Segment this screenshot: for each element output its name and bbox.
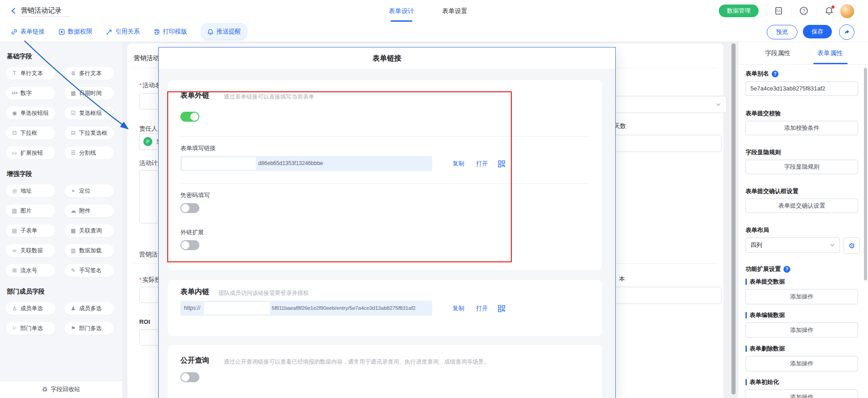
external-link-toggle[interactable] [180, 112, 199, 122]
submit-data-add-button[interactable]: 添加操作 [745, 289, 858, 304]
sidebar-item-linked-data[interactable]: ∞关联数据 [6, 244, 55, 257]
public-query-title: 公开查询 [180, 356, 209, 365]
tab-field-properties[interactable]: 字段属性 [753, 42, 802, 64]
gear-icon: ⚙ [849, 242, 855, 250]
sidebar-item-image[interactable]: ▧图片 [6, 204, 55, 217]
label-text: 表单布局 [745, 226, 769, 234]
card-divider [180, 183, 589, 184]
field-recycle-bin[interactable]: ♻ 字段回收站 [0, 380, 122, 398]
sidebar-item-dropdown-multi[interactable]: ⊟下拉复选框 [65, 127, 114, 139]
dept-flag-icon: ⚐ [11, 326, 18, 331]
password-fill-toggle[interactable] [180, 203, 199, 213]
open-link-button[interactable]: 打开 [476, 160, 488, 168]
edit-data-add-button[interactable]: 添加操作 [745, 322, 858, 338]
item-label: 数据加载 [79, 247, 102, 255]
dropdown-multi-icon: ⊟ [70, 130, 77, 136]
sidebar-item-subform[interactable]: ▤子表单 [6, 224, 55, 237]
qr-code-icon[interactable] [498, 305, 505, 313]
sidebar-item-dept-single[interactable]: ⚐部门单选 [6, 322, 55, 335]
dept-flags-icon: ⚑ [70, 326, 77, 331]
label-text: 表单提交确认框设置 [745, 187, 798, 195]
sidebar-item-dropdown[interactable]: ⊡下拉框 [6, 127, 55, 139]
sidebar-item-divider-line[interactable]: ☰分割线 [65, 147, 114, 159]
submit-confirm-button[interactable]: 表单提交确认设置 [745, 199, 858, 213]
help-icon[interactable]: ? [799, 6, 808, 15]
sidebar-item-dept-multi[interactable]: ⚑部门多选 [65, 322, 114, 335]
required-star: * [139, 82, 142, 89]
item-label: 流水号 [20, 267, 38, 275]
arrow-up-right-icon [106, 28, 113, 35]
header-tabs: 表单设计 表单设置 [389, 0, 467, 22]
sidebar-item-address[interactable]: ◎地址 [6, 185, 55, 197]
divider-line-icon: ☰ [70, 150, 77, 156]
data-permission-button[interactable]: 数据权限 [58, 28, 92, 36]
field-sidebar: 基础字段 T单行文本 ≣多行文本 123数字 ▦日期时间 ◉单选按钮组 ☑复选框… [0, 42, 122, 398]
sidebar-item-multi-line-text[interactable]: ≣多行文本 [65, 67, 114, 80]
form-layout-select[interactable]: 四列 [745, 237, 840, 253]
redaction-box [204, 302, 270, 314]
form-init-add-button[interactable]: 添加操作 [745, 389, 858, 398]
sidebar-item-number[interactable]: 123数字 [6, 87, 55, 100]
back-button[interactable] [10, 7, 17, 14]
sidebar-item-single-line-text[interactable]: T单行文本 [6, 67, 55, 80]
extend-link-label: 外链扩展 [180, 228, 204, 237]
bar-chart-icon: ▥ [70, 248, 77, 253]
field-visibility-button[interactable]: 字段显隐规则 [745, 160, 858, 174]
multi-line-text-icon: ≣ [70, 71, 77, 76]
blue-bar [745, 312, 747, 318]
sidebar-item-linked-query[interactable]: ▩关联查询 [65, 224, 114, 237]
sidebar-item-signature[interactable]: ✎手写签名 [65, 264, 114, 277]
sidebar-item-location[interactable]: ⌖定位 [65, 185, 114, 197]
sidebar-item-attachment[interactable]: ☁附件 [65, 204, 114, 217]
preview-button[interactable]: 预览 [767, 25, 797, 39]
avatar[interactable] [840, 4, 854, 19]
data-manage-button[interactable]: 数据管理 [719, 5, 759, 17]
sidebar-item-radio-group[interactable]: ◉单选按钮组 [6, 107, 55, 119]
copy-link-button[interactable]: 复制 [453, 304, 464, 313]
delete-data-add-button[interactable]: 添加操作 [745, 356, 858, 371]
window-scrollbar[interactable] [864, 68, 867, 280]
properties-panel: 字段属性 表单属性 表单别名 ? 5e7a4ce3d13ab8275f831af… [738, 42, 868, 398]
label-text: 表单提交校验 [745, 109, 781, 118]
add-validation-button[interactable]: 添加校验条件 [745, 121, 858, 135]
sidebar-item-member-multi[interactable]: ♟成员多选 [65, 302, 114, 315]
tab-form-settings[interactable]: 表单设置 [442, 0, 467, 22]
title-dashed-underline [21, 16, 71, 17]
share-button[interactable] [839, 24, 854, 40]
fill-link-url-box[interactable]: d86eb65d1353f13246bbbe [180, 156, 432, 171]
contacts-book-icon[interactable]: A [774, 6, 783, 15]
tab-form-properties[interactable]: 表单属性 [805, 42, 855, 64]
chevron-down-icon [830, 242, 835, 248]
modal-title: 表单链接 [159, 47, 615, 69]
help-icon[interactable]: ? [772, 71, 778, 77]
sidebar-item-checkbox-group[interactable]: ☑复选框组 [65, 107, 114, 119]
form-link-button[interactable]: 表单链接 [11, 28, 45, 36]
reference-relation-button[interactable]: 引用关系 [106, 28, 140, 36]
public-query-toggle[interactable] [180, 372, 199, 382]
notification-bell-icon[interactable] [825, 6, 834, 15]
open-link-button[interactable]: 打开 [476, 304, 488, 313]
layout-settings-button[interactable]: ⚙ [844, 237, 860, 254]
copy-link-button[interactable]: 复制 [453, 160, 464, 168]
label-text: 表单别名 [745, 70, 769, 78]
extend-link-toggle[interactable] [180, 240, 199, 250]
sidebar-item-member-single[interactable]: ♙成员单选 [6, 302, 55, 315]
linked-query-icon: ▩ [70, 228, 77, 233]
help-icon[interactable]: ? [783, 266, 790, 273]
internal-link-url-box[interactable]: https:// 5f811baeaf8f26e1e2f90eeb/entry/… [180, 301, 432, 316]
sidebar-item-serial-number[interactable]: ⊞流水号 [6, 264, 55, 277]
print-template-button[interactable]: 打印模版 [153, 28, 187, 36]
canvas-scrollbar[interactable] [731, 43, 736, 394]
form-alias-input[interactable]: 5e7a4ce3d13ab8275f831af2 [745, 81, 858, 96]
tab-form-design[interactable]: 表单设计 [389, 0, 414, 22]
internal-link-title: 表单内链 [180, 287, 209, 297]
sidebar-item-data-load[interactable]: ▥数据加载 [65, 244, 114, 257]
push-reminder-button[interactable]: 推送提醒 [201, 23, 247, 40]
form-alias-label: 表单别名 ? [745, 70, 778, 78]
sidebar-item-extend-button[interactable]: ▭扩展按钮 [6, 147, 55, 159]
qr-code-icon[interactable] [498, 160, 505, 168]
label-text: 责任人 [139, 125, 158, 132]
save-button[interactable]: 保存 [803, 25, 832, 38]
item-label: 下拉复选框 [79, 129, 108, 137]
sidebar-item-datetime[interactable]: ▦日期时间 [65, 87, 114, 100]
